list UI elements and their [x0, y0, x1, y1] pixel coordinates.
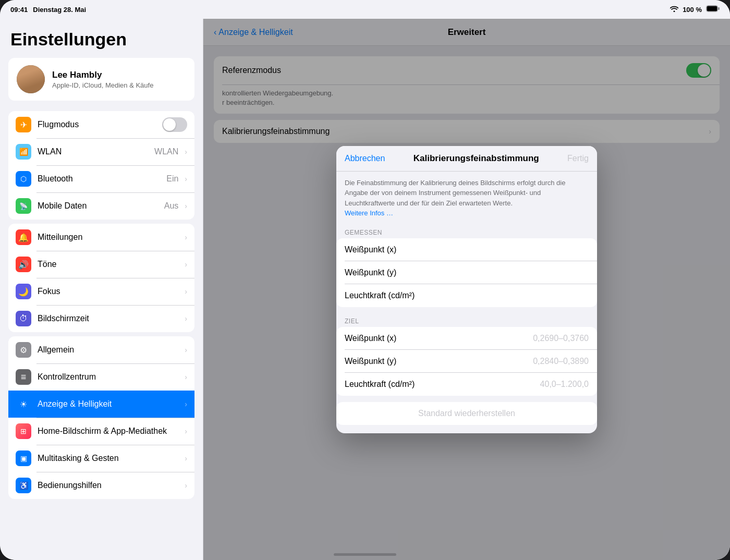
settings-group-inner-3: ⚙ Allgemein › ≡ Kontrollzentrum ›	[8, 336, 194, 499]
mitteilungen-chevron: ›	[185, 233, 187, 241]
sidebar-item-mobile[interactable]: 📡 Mobile Daten Aus ›	[8, 192, 194, 220]
sidebar-item-mitteilungen[interactable]: 🔔 Mitteilungen ›	[8, 224, 194, 251]
target-weiss-y: Weißpunkt (y) 0,2840–0,3890	[336, 350, 597, 373]
sidebar-item-wlan[interactable]: 📶 WLAN WLAN ›	[8, 138, 194, 165]
mobile-value: Aus	[164, 201, 179, 211]
sidebar-item-bluetooth[interactable]: ⬡ Bluetooth Ein ›	[8, 165, 194, 192]
status-bar-left: 09:41 Dienstag 28. Mai	[10, 6, 86, 14]
right-panel: ‹ Anzeige & Helligkeit Erweitert Referen…	[203, 19, 730, 560]
sidebar-item-multitasking[interactable]: ▣ Multitasking & Gesten ›	[8, 445, 194, 472]
multitasking-icon: ▣	[16, 451, 31, 466]
fokus-icon: 🌙	[16, 284, 31, 299]
sidebar-title: Einstellungen	[0, 19, 203, 58]
target-weiss-x: Weißpunkt (x) 0,2690–0,3760	[336, 327, 597, 350]
bluetooth-icon: ⬡	[16, 171, 31, 187]
sidebar-item-fokus[interactable]: 🌙 Fokus ›	[8, 278, 194, 305]
bedienungshilfen-icon: ♿	[16, 478, 31, 493]
standard-wiederherstellen-button[interactable]: Standard wiederherstellen	[336, 402, 597, 425]
wlan-value: WLAN	[154, 147, 178, 156]
target-weiss-y-label: Weißpunkt (y)	[345, 357, 533, 366]
anzeige-icon: ☀	[16, 396, 31, 412]
sidebar-item-bedienungshilfen[interactable]: ♿ Bedienungshilfen ›	[8, 472, 194, 499]
avatar-face	[17, 65, 45, 93]
bildschirmzeit-icon: ⏱	[16, 311, 31, 326]
mitteilungen-icon: 🔔	[16, 229, 31, 245]
bluetooth-chevron: ›	[185, 175, 187, 183]
toene-chevron: ›	[185, 260, 187, 269]
sidebar-item-toene[interactable]: 🔊 Töne ›	[8, 251, 194, 278]
target-leuchtkraft-label: Leuchtkraft (cd/m²)	[345, 380, 540, 389]
wlan-chevron: ›	[185, 148, 187, 156]
settings-group-notifications: 🔔 Mitteilungen › 🔊 Töne ›	[8, 224, 194, 332]
sidebar-item-home[interactable]: ⊞ Home-Bildschirm & App-Mediathek ›	[8, 418, 194, 445]
settings-group-general: ⚙ Allgemein › ≡ Kontrollzentrum ›	[8, 336, 194, 499]
measured-leuchtkraft-input[interactable]	[467, 291, 589, 300]
measured-section-label: GEMESSEN	[336, 225, 597, 238]
measured-weiss-y-input[interactable]	[467, 268, 589, 277]
standard-wiederherstellen-label: Standard wiederherstellen	[418, 409, 515, 418]
kontrollzentrum-label: Kontrollzentrum	[38, 372, 178, 382]
mitteilungen-label: Mitteilungen	[38, 233, 178, 242]
sidebar-item-anzeige[interactable]: ☀ Anzeige & Helligkeit ›	[8, 391, 194, 418]
flugmodus-icon: ✈	[16, 117, 31, 132]
modal-overlay[interactable]: Abbrechen Kalibrierungsfeinabstimmung Fe…	[203, 19, 730, 560]
sidebar-item-bildschirmzeit[interactable]: ⏱ Bildschirmzeit ›	[8, 305, 194, 332]
settings-group-inner-2: 🔔 Mitteilungen › 🔊 Töne ›	[8, 224, 194, 332]
home-chevron: ›	[185, 427, 187, 435]
modal-cancel-button[interactable]: Abbrechen	[345, 154, 385, 163]
measured-weiss-x[interactable]: Weißpunkt (x)	[336, 238, 597, 261]
sidebar-item-kontrollzentrum[interactable]: ≡ Kontrollzentrum ›	[8, 363, 194, 391]
main-content: Einstellungen Lee Hambly Apple-ID, iClou…	[0, 19, 730, 560]
modal-header: Abbrechen Kalibrierungsfeinabstimmung Fe…	[336, 146, 597, 172]
ipad-frame: 09:41 Dienstag 28. Mai 100 %	[0, 0, 730, 560]
modal-link[interactable]: Weitere Infos …	[345, 209, 393, 217]
settings-group-connectivity: ✈ Flugmodus 📶 WLAN WLAN ›	[8, 111, 194, 220]
battery-icon	[706, 5, 720, 14]
target-input-group: Weißpunkt (x) 0,2690–0,3760 Weißpunkt (y…	[336, 327, 597, 396]
measured-weiss-y[interactable]: Weißpunkt (y)	[336, 261, 597, 284]
sidebar: Einstellungen Lee Hambly Apple-ID, iClou…	[0, 19, 203, 560]
target-section-label: ZIEL	[336, 313, 597, 327]
kontrollzentrum-chevron: ›	[185, 373, 187, 381]
wlan-label: WLAN	[38, 147, 148, 156]
bildschirmzeit-label: Bildschirmzeit	[38, 314, 178, 323]
toene-label: Töne	[38, 260, 178, 269]
avatar	[17, 65, 45, 93]
measured-input-group: Weißpunkt (x) Weißpunkt (y) Leuchtkraft …	[336, 238, 597, 307]
mobile-chevron: ›	[185, 202, 187, 210]
bildschirmzeit-chevron: ›	[185, 314, 187, 323]
user-name: Lee Hambly	[52, 70, 153, 80]
wlan-icon: 📶	[16, 144, 31, 160]
modal-title: Kalibrierungsfeinabstimmung	[413, 153, 539, 164]
modal-done-button[interactable]: Fertig	[567, 154, 589, 163]
target-weiss-y-value: 0,2840–0,3890	[533, 357, 589, 366]
measured-weiss-x-input[interactable]	[467, 245, 589, 254]
home-indicator	[334, 553, 396, 556]
modal-desc-text: Die Feinabstimmung der Kalibrierung dein…	[345, 179, 565, 207]
anzeige-label: Anzeige & Helligkeit	[38, 399, 178, 409]
fokus-chevron: ›	[185, 287, 187, 296]
measured-leuchtkraft[interactable]: Leuchtkraft (cd/m²)	[336, 284, 597, 307]
mobile-label: Mobile Daten	[38, 201, 158, 211]
user-info: Lee Hambly Apple-ID, iCloud, Medien & Kä…	[52, 70, 153, 89]
target-leuchtkraft-value: 40,0–1.200,0	[540, 380, 589, 389]
allgemein-label: Allgemein	[38, 345, 178, 355]
allgemein-chevron: ›	[185, 346, 187, 354]
status-time: 09:41	[10, 6, 28, 14]
status-date: Dienstag 28. Mai	[33, 6, 86, 14]
battery-percentage: 100 %	[683, 6, 702, 14]
sidebar-item-flugmodus[interactable]: ✈ Flugmodus	[8, 111, 194, 138]
sidebar-item-allgemein[interactable]: ⚙ Allgemein ›	[8, 336, 194, 363]
settings-group-inner: ✈ Flugmodus 📶 WLAN WLAN ›	[8, 111, 194, 220]
target-leuchtkraft: Leuchtkraft (cd/m²) 40,0–1.200,0	[336, 373, 597, 396]
multitasking-label: Multitasking & Gesten	[38, 454, 178, 463]
flugmodus-toggle[interactable]	[162, 117, 187, 132]
wifi-icon	[670, 6, 678, 14]
home-label: Home-Bildschirm & App-Mediathek	[38, 427, 178, 436]
user-profile[interactable]: Lee Hambly Apple-ID, iCloud, Medien & Kä…	[8, 58, 194, 101]
toene-icon: 🔊	[16, 257, 31, 272]
measured-weiss-y-label: Weißpunkt (y)	[345, 268, 467, 277]
bedienungshilfen-chevron: ›	[185, 481, 187, 490]
target-weiss-x-label: Weißpunkt (x)	[345, 334, 533, 343]
modal-description: Die Feinabstimmung der Kalibrierung dein…	[336, 172, 597, 225]
